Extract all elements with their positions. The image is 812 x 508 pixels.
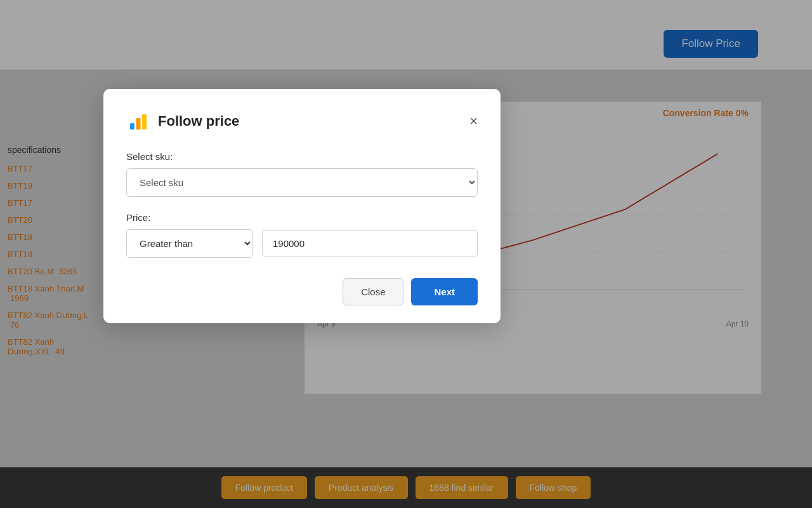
modal-title-row: Follow price — [126, 109, 239, 133]
sku-select[interactable]: Select sku — [126, 168, 478, 197]
modal-header: Follow price × — [126, 109, 478, 133]
select-sku-label: Select sku: — [126, 151, 478, 162]
svg-rect-9 — [142, 114, 147, 130]
app-logo-icon — [126, 109, 150, 133]
modal-title: Follow price — [158, 113, 239, 130]
follow-price-modal: Follow price × Select sku: Select sku Pr… — [103, 89, 501, 323]
svg-rect-7 — [130, 123, 134, 130]
price-value-input[interactable] — [262, 230, 478, 257]
modal-footer: Close Next — [126, 278, 478, 305]
price-row: Greater than Less than Equal to — [126, 229, 478, 258]
close-modal-button[interactable]: Close — [343, 278, 403, 305]
price-label: Price: — [126, 212, 478, 223]
modal-close-icon-button[interactable]: × — [469, 114, 478, 128]
next-button[interactable]: Next — [411, 278, 478, 305]
svg-rect-8 — [136, 118, 141, 130]
price-condition-select[interactable]: Greater than Less than Equal to — [126, 229, 253, 258]
